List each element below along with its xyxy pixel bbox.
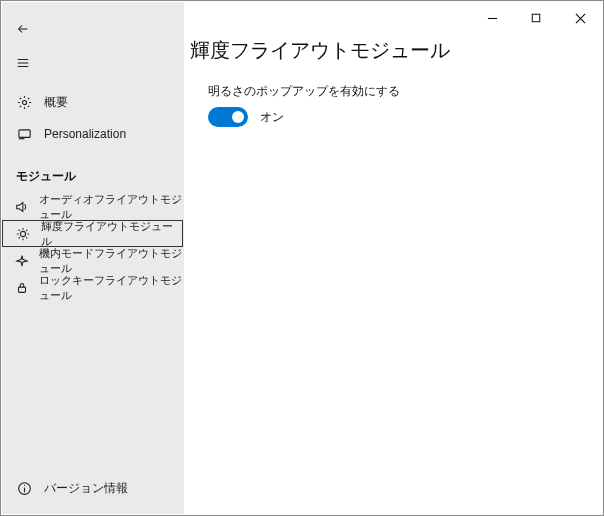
- svg-rect-9: [18, 129, 29, 137]
- back-button[interactable]: [4, 12, 42, 46]
- content-pane: 輝度フライアウトモジュール 明るさのポップアップを有効にする オン: [184, 32, 602, 514]
- app-body: 概要 Personalization モジュール オーディオフライアウトモジュー…: [2, 32, 602, 514]
- sidebar-nav: 概要 Personalization: [2, 86, 183, 150]
- sidebar-item-label: 輝度フライアウトモジュール: [41, 219, 182, 249]
- sidebar-section-header: モジュール: [2, 150, 183, 193]
- sidebar-bottom: バージョン情報: [2, 472, 183, 514]
- brightness-popup-toggle[interactable]: [208, 107, 248, 127]
- sidebar-item-label: 概要: [44, 94, 68, 111]
- sidebar-item-label: ロックキーフライアウトモジュール: [39, 273, 182, 303]
- gear-icon: [16, 95, 32, 110]
- lock-icon: [15, 281, 29, 295]
- back-arrow-icon: [16, 22, 30, 36]
- hamburger-button[interactable]: [4, 46, 42, 80]
- toggle-row: オン: [208, 107, 602, 127]
- info-icon: [16, 481, 32, 496]
- minimize-button[interactable]: [470, 4, 514, 32]
- svg-marker-11: [17, 202, 23, 211]
- sidebar-item-audio-module[interactable]: オーディオフライアウトモジュール: [2, 193, 183, 220]
- close-button[interactable]: [558, 4, 602, 32]
- app-window: 概要 Personalization モジュール オーディオフライアウトモジュー…: [1, 1, 603, 515]
- svg-point-8: [22, 100, 26, 104]
- sidebar-item-label: Personalization: [44, 127, 126, 141]
- sidebar-top: [2, 12, 183, 80]
- maximize-button[interactable]: [514, 4, 558, 32]
- sidebar: 概要 Personalization モジュール オーディオフライアウトモジュー…: [2, 2, 184, 514]
- svg-point-12: [20, 231, 25, 236]
- sidebar-item-brightness-module[interactable]: 輝度フライアウトモジュール: [2, 220, 183, 247]
- sidebar-modules: オーディオフライアウトモジュール 輝度フライアウトモジュール 機内モードフライア…: [2, 193, 183, 301]
- sidebar-item-lockkeys-module[interactable]: ロックキーフライアウトモジュール: [2, 274, 183, 301]
- page-title: 輝度フライアウトモジュール: [184, 37, 602, 84]
- sidebar-item-label: バージョン情報: [44, 480, 128, 497]
- svg-point-16: [23, 484, 24, 485]
- setting-label: 明るさのポップアップを有効にする: [208, 84, 602, 99]
- sidebar-item-label: オーディオフライアウトモジュール: [39, 192, 182, 222]
- maximize-icon: [531, 13, 541, 23]
- svg-rect-1: [532, 14, 540, 22]
- toggle-value-text: オン: [260, 109, 284, 126]
- sidebar-item-airplane-module[interactable]: 機内モードフライアウトモジュール: [2, 247, 183, 274]
- sidebar-item-about[interactable]: バージョン情報: [2, 472, 183, 504]
- settings-block: 明るさのポップアップを有効にする オン: [184, 84, 602, 127]
- close-icon: [575, 13, 586, 24]
- svg-rect-13: [19, 287, 26, 292]
- brightness-icon: [15, 227, 31, 241]
- sidebar-item-overview[interactable]: 概要: [2, 86, 183, 118]
- toggle-knob: [232, 111, 244, 123]
- speaker-icon: [15, 200, 29, 214]
- sidebar-item-personalization[interactable]: Personalization: [2, 118, 183, 150]
- airplane-icon: [15, 254, 29, 268]
- personalization-icon: [16, 127, 32, 142]
- sidebar-item-label: 機内モードフライアウトモジュール: [39, 246, 182, 276]
- hamburger-icon: [16, 56, 30, 70]
- minimize-icon: [487, 13, 498, 24]
